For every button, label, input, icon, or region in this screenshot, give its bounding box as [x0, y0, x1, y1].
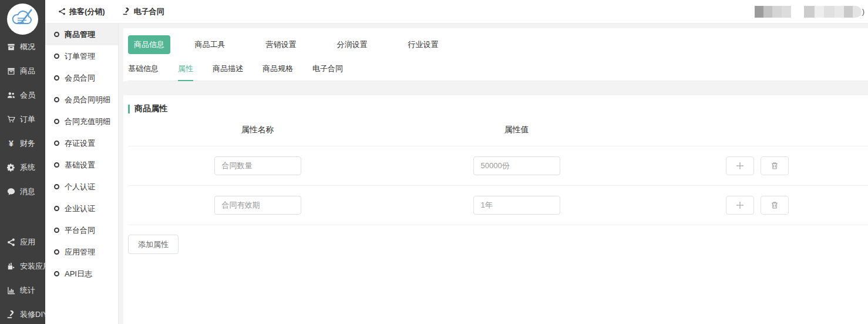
app-window: 概况 商品 会员 订单 ¥ 财务 [0, 0, 868, 324]
redacted-user-info [755, 5, 862, 18]
add-attribute-button[interactable]: 添加属性 [128, 235, 179, 254]
circle-icon [54, 228, 59, 233]
tab-profit-settings[interactable]: 分润设置 [321, 39, 383, 50]
sidebar-item-label: 系统 [20, 162, 35, 173]
attr-name-input[interactable] [214, 196, 301, 215]
subtab-goods-description[interactable]: 商品描述 [213, 59, 243, 81]
tab-goods-info[interactable]: 商品信息 [128, 35, 170, 54]
sidebar-item-decoration-diy[interactable]: 装修DIY [0, 302, 45, 324]
subtab-basic-info[interactable]: 基础信息 [128, 59, 159, 81]
table-header-row: 属性名称 属性值 [128, 114, 868, 146]
circle-icon [54, 32, 59, 37]
share-icon [58, 8, 66, 15]
main-tabs: 商品信息 商品工具 营销设置 分润设置 行业设置 [128, 32, 868, 58]
submenu-item-label: 会员合同明细 [65, 95, 110, 105]
col-header-attr-name: 属性名称 [128, 125, 387, 135]
sidebar-item-install-apps[interactable]: 安装应用 [0, 254, 45, 278]
sidebar-item-apps[interactable]: 应用 [0, 230, 45, 254]
move-icon [736, 201, 744, 209]
cloud-sign-logo-icon [7, 4, 38, 35]
body-row: 商品管理 订单管理 会员合同 会员合同明细 合同充值明细 [45, 24, 868, 324]
topnav-item-distribution[interactable]: 推客(分销) [58, 6, 105, 17]
app-logo[interactable] [0, 0, 45, 35]
topnav-item-label: 电子合同 [134, 6, 164, 17]
circle-icon [54, 249, 59, 255]
submenu-item-label: 基础设置 [65, 160, 95, 171]
tabs-card: 商品信息 商品工具 营销设置 分润设置 行业设置 基础信息 属性 商品描述 商品… [123, 28, 868, 81]
gavel-icon [123, 8, 130, 15]
circle-icon [54, 141, 59, 146]
sidebar-item-label: 安装应用 [20, 261, 45, 272]
message-icon [6, 188, 16, 196]
sidebar-item-orders[interactable]: 订单 [0, 107, 45, 131]
sidebar-item-label: 会员 [20, 90, 35, 101]
circle-icon [54, 206, 59, 211]
sidebar-item-label: 财务 [20, 138, 35, 149]
col-header-attr-value: 属性值 [387, 125, 646, 135]
submenu-item-order-management[interactable]: 订单管理 [45, 45, 118, 67]
sidebar-item-stats[interactable]: 统计 [0, 278, 45, 302]
subtab-attributes[interactable]: 属性 [178, 59, 193, 81]
sidebar-item-messages[interactable]: 消息 [0, 179, 45, 203]
topbar: 推客(分销) 电子合同 ) [45, 0, 868, 24]
submenu-item-basic-settings[interactable]: 基础设置 [45, 154, 118, 176]
sidebar-item-overview[interactable]: 概况 [0, 35, 45, 59]
submenu-item-label: 企业认证 [65, 203, 95, 214]
sidebar-item-label: 应用 [20, 237, 35, 248]
circle-icon [54, 97, 59, 102]
submenu-item-label: 合同充值明细 [65, 116, 110, 127]
tab-industry-settings[interactable]: 行业设置 [392, 39, 455, 50]
subtab-goods-spec[interactable]: 商品规格 [263, 59, 293, 81]
attr-name-input[interactable] [214, 156, 301, 175]
submenu-item-label: 应用管理 [65, 247, 95, 258]
delete-row-button[interactable] [761, 196, 789, 215]
circle-icon [54, 184, 59, 189]
submenu-item-app-management[interactable]: 应用管理 [45, 241, 118, 263]
submenu-item-contract-recharge-detail[interactable]: 合同充值明细 [45, 111, 118, 132]
move-row-button[interactable] [726, 156, 754, 175]
tab-marketing-settings[interactable]: 营销设置 [250, 39, 312, 50]
goods-icon [6, 67, 16, 75]
submenu-item-api-log[interactable]: API日志 [45, 263, 118, 285]
topnav-item-econtract[interactable]: 电子合同 [123, 6, 164, 17]
content-area: 商品信息 商品工具 营销设置 分润设置 行业设置 基础信息 属性 商品描述 商品… [119, 24, 868, 324]
submenu-item-goods-management[interactable]: 商品管理 [45, 24, 118, 45]
submenu-item-member-contract[interactable]: 会员合同 [45, 67, 118, 89]
move-row-button[interactable] [726, 196, 754, 215]
overview-icon [6, 43, 16, 51]
attr-value-input[interactable] [473, 196, 560, 215]
sidebar-item-system[interactable]: 系统 [0, 155, 45, 179]
tab-goods-tools[interactable]: 商品工具 [179, 39, 241, 50]
sidebar-item-goods[interactable]: 商品 [0, 59, 45, 83]
user-info-suffix: ) [862, 7, 864, 16]
install-app-icon [6, 262, 16, 270]
submenu-item-enterprise-auth[interactable]: 企业认证 [45, 198, 118, 219]
subtab-econtract[interactable]: 电子合同 [312, 59, 343, 81]
finance-icon: ¥ [6, 139, 16, 148]
circle-icon [54, 162, 59, 168]
submenu-item-platform-contract[interactable]: 平台合同 [45, 219, 118, 241]
sidebar-item-label: 订单 [20, 114, 35, 125]
submenu-item-label: 平台合同 [65, 225, 95, 236]
members-icon [6, 91, 16, 99]
submenu-item-personal-auth[interactable]: 个人认证 [45, 176, 118, 198]
orders-icon [6, 115, 16, 123]
sidebar-group-apps: 应用 安装应用 统计 [0, 230, 45, 324]
sidebar-item-members[interactable]: 会员 [0, 83, 45, 107]
trash-icon [771, 162, 779, 170]
submenu-item-label: 存证设置 [65, 138, 95, 149]
attributes-card: 商品属性 属性名称 属性值 [123, 95, 868, 324]
sub-tabs: 基础信息 属性 商品描述 商品规格 电子合同 [128, 59, 868, 81]
submenu-item-label: 订单管理 [65, 51, 95, 62]
user-account-area[interactable]: ) [755, 5, 868, 18]
table-row [128, 185, 868, 225]
sidebar-item-finance[interactable]: ¥ 财务 [0, 131, 45, 155]
table-row [128, 146, 868, 185]
submenu-item-member-contract-detail[interactable]: 会员合同明细 [45, 89, 118, 111]
attr-value-input[interactable] [473, 156, 560, 175]
circle-icon [54, 75, 59, 81]
submenu-item-evidence-settings[interactable]: 存证设置 [45, 132, 118, 154]
submenu-item-label: 商品管理 [65, 29, 95, 40]
delete-row-button[interactable] [761, 156, 789, 175]
row-actions [646, 156, 868, 175]
